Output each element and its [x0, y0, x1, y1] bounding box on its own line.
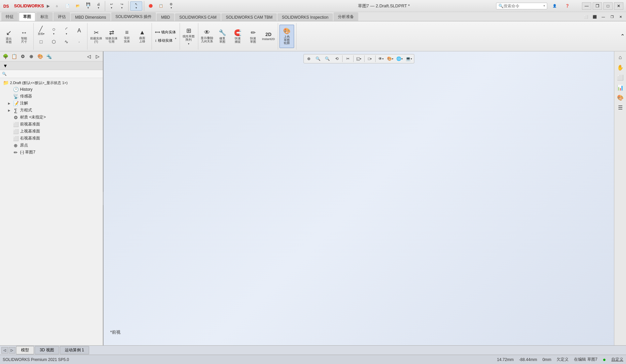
color-sketch-button[interactable]: 🎨 上色草图轮廓	[279, 25, 294, 48]
zoom-prev-button[interactable]: 🔍	[323, 55, 332, 62]
bottom-prev-btn[interactable]: ◁	[1, 347, 8, 354]
print-button[interactable]: 🖨▾	[94, 1, 103, 11]
zoom-area-button[interactable]: 🔍	[314, 55, 323, 62]
search-input[interactable]	[503, 4, 544, 8]
panel-close-button[interactable]: ✕	[617, 13, 625, 20]
rebuild-button[interactable]: 🔴	[146, 1, 155, 11]
appearances-button[interactable]: 🎨▾	[386, 55, 395, 62]
center-rect-button[interactable]: □	[35, 36, 47, 47]
section-view-button[interactable]: ✂	[344, 55, 352, 62]
maximize-button[interactable]: □	[603, 2, 613, 10]
minimize-button[interactable]: —	[582, 2, 591, 10]
zoom-to-fit-button[interactable]: ⊕	[304, 55, 313, 62]
scene-button[interactable]: 🌐▾	[395, 55, 404, 62]
cam-btn[interactable]: 🔩	[45, 53, 53, 60]
rt-zoom-btn[interactable]: ⬜	[616, 73, 625, 82]
text-button[interactable]: A	[73, 25, 85, 36]
display-mgr-button[interactable]: 💻▾	[405, 55, 413, 62]
quick-sketch-button[interactable]: ✏ 快速草图	[246, 25, 260, 48]
crop-button[interactable]: ✂ 前裁实体(T)	[89, 25, 103, 48]
open-button[interactable]: 📂	[73, 1, 82, 11]
file-props-button[interactable]: 📋	[156, 1, 166, 11]
home-button[interactable]: ⌂	[52, 1, 62, 11]
rt-list-btn[interactable]: ☰	[616, 103, 625, 112]
panel-restore-button[interactable]: ❐	[608, 13, 616, 20]
bottom-next-btn[interactable]: ▷	[9, 347, 15, 354]
spline-button[interactable]: ∿	[60, 36, 72, 47]
tab-markup[interactable]: 标注	[36, 12, 53, 21]
select-button[interactable]: ↖▾	[130, 1, 142, 11]
feature-mgr-btn[interactable]: 🌳	[1, 53, 9, 60]
view-orient-button[interactable]: ◱▾	[355, 55, 363, 62]
prev-btn[interactable]: ◁	[85, 53, 93, 60]
arc-button[interactable]: ◜ ▾	[60, 25, 72, 36]
circle-button[interactable]: ○ ▾	[48, 25, 60, 36]
toolbar-collapse[interactable]: ⌃	[620, 33, 625, 39]
quick-snap-button[interactable]: 🧲 快速捕捉	[230, 25, 245, 48]
bottom-tab-motion[interactable]: 运动算例 1	[60, 346, 89, 354]
repair-sketch-button[interactable]: 🔧 修复草图	[215, 25, 230, 48]
rt-home-btn[interactable]: ⌂	[616, 53, 625, 62]
convert-button[interactable]: ⇄ 转换实体引用	[104, 25, 119, 48]
tab-sw-cam-tbm[interactable]: SOLIDWORKS CAM TBM	[221, 13, 277, 21]
exit-sketch-button[interactable]: ↙ 退出草图	[1, 25, 16, 48]
polygon-button[interactable]: ⬡	[48, 36, 60, 47]
tree-item-equations[interactable]: ▶ ∑ 方程式	[5, 107, 103, 114]
tab-sw-cam[interactable]: SOLIDWORKS CAM	[175, 13, 221, 21]
hide-show-button[interactable]: 👁▾	[377, 55, 385, 62]
move-label[interactable]: ↕ 移动实体	[153, 37, 174, 44]
tree-item-sketch7[interactable]: ✏ (-) 草图7	[5, 149, 103, 156]
panel-expand-button[interactable]: ⬛	[591, 13, 599, 20]
tab-analysis-prep[interactable]: 分析准备	[334, 12, 358, 21]
close-button[interactable]: ✕	[614, 2, 623, 10]
property-mgr-btn[interactable]: 📋	[10, 53, 18, 60]
bottom-tab-3d-view[interactable]: 3D 视图	[35, 346, 59, 354]
tree-root-item[interactable]: 📁 2.Draft (默认<<默认>_显示状态 1>)	[0, 79, 103, 86]
display-mgr-btn[interactable]: 🎨	[36, 53, 44, 60]
tree-item-material[interactable]: ⚙ 材质 <未指定>	[5, 114, 103, 121]
new-button[interactable]: 📄	[63, 1, 72, 11]
rt-color-btn[interactable]: 🎨	[616, 93, 625, 102]
linear-array-button[interactable]: ⊞ 线性草图阵列 ▾	[181, 25, 196, 48]
display-style-button[interactable]: □▾	[366, 55, 374, 62]
tree-item-front-plane[interactable]: ⬜ 前视基准面	[5, 121, 103, 128]
options-button[interactable]: ⚙▾	[167, 1, 176, 11]
offset-button[interactable]: ≡ 等距实体	[120, 25, 134, 48]
line-button[interactable]: ╱ 直线▾	[35, 25, 47, 36]
tab-evaluate[interactable]: 评估	[53, 12, 70, 21]
panel-collapse-button[interactable]: —	[599, 13, 607, 20]
show-delete-button[interactable]: 👁 显示/删除几何关系	[200, 25, 214, 48]
tree-item-right-plane[interactable]: ⬜ 右视基准面	[5, 135, 103, 142]
instant2d-button[interactable]: 2D Instant2D	[261, 25, 276, 48]
next-btn[interactable]: ▷	[93, 53, 101, 60]
point-button[interactable]: ·	[73, 36, 85, 47]
rt-table-btn[interactable]: 📊	[616, 83, 625, 92]
smart-dimension-button[interactable]: ↔ 智能尺寸	[17, 25, 31, 48]
previous-view-button[interactable]: ⟲	[333, 55, 341, 62]
rt-pan-btn[interactable]: ✋	[616, 63, 625, 72]
tree-item-sensors[interactable]: 📡 传感器	[5, 93, 103, 100]
tab-mbd-dimensions[interactable]: MBD Dimensions	[71, 13, 111, 21]
redo-button[interactable]: ↪▾	[117, 1, 127, 11]
tab-sw-plugins[interactable]: SOLIDWORKS 插件	[111, 12, 156, 21]
user-icon[interactable]: 👤	[549, 1, 560, 11]
tab-sketch[interactable]: 草图	[19, 12, 35, 21]
config-mgr-btn[interactable]: ⚙	[19, 53, 27, 60]
tab-feature[interactable]: 特征	[1, 12, 18, 21]
tree-item-origin[interactable]: ⊕ 原点	[5, 142, 103, 149]
bottom-tab-model[interactable]: 模型	[16, 346, 34, 354]
tab-mbd[interactable]: MBD	[157, 13, 174, 21]
surface-button[interactable]: ▲ 曲面上移	[135, 25, 150, 48]
custom-button[interactable]: 自定义	[611, 357, 623, 362]
target-btn[interactable]: ⊕	[27, 53, 35, 60]
help-button[interactable]: ❓	[562, 1, 573, 11]
save-button[interactable]: 💾▾	[83, 1, 93, 11]
tree-item-history[interactable]: 🕐 History	[5, 86, 103, 93]
tree-item-top-plane[interactable]: ⬜ 上视基准面	[5, 128, 103, 135]
restore-button[interactable]: ❐	[593, 2, 602, 10]
filter-btn[interactable]: ▼	[1, 62, 9, 69]
tree-item-annotations[interactable]: ▶ 📝 注解	[5, 100, 103, 107]
viewport[interactable]: ⊕ 🔍 🔍 ⟲ ✂ ◱▾ □▾ 👁▾ 🎨▾ 🌐▾ 💻▾	[103, 51, 614, 345]
undo-button[interactable]: ↩▾	[107, 1, 116, 11]
panel-toggle-button[interactable]: ⬜	[582, 13, 590, 20]
